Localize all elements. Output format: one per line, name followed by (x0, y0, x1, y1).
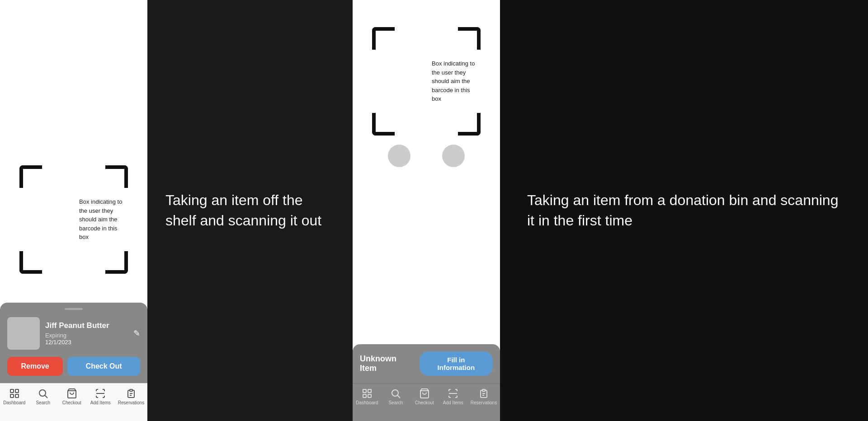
item-name-1: Jiff Peanut Butter (45, 321, 128, 330)
tab-dashboard-3[interactable]: Dashboard (356, 388, 378, 405)
unknown-item-sheet: Unknown Item Fill in Information (353, 344, 500, 383)
explanation-text-2: Taking an item off the shelf and scannin… (165, 190, 335, 231)
item-info-1: Jiff Peanut Butter Expiring 12/1/2023 (45, 321, 128, 346)
unknown-item-label: Unknown Item (360, 354, 414, 373)
svg-line-16 (398, 396, 401, 398)
grid-icon-1 (9, 388, 20, 399)
svg-rect-8 (130, 389, 132, 391)
svg-rect-2 (10, 394, 14, 398)
cart-icon-1 (66, 388, 77, 399)
scanner-label-3: Box indicating to the user they should a… (432, 59, 481, 103)
panel-4: Taking an item from a donation bin and s… (500, 0, 868, 421)
viewfinder-3: Box indicating to the user they should a… (372, 27, 481, 136)
scan-icon-3 (448, 388, 458, 399)
edit-icon-1[interactable]: ✎ (133, 328, 140, 338)
corner-tr-1 (105, 165, 128, 188)
corner-br-3 (458, 113, 481, 136)
svg-rect-13 (363, 394, 366, 398)
dot-2 (442, 145, 465, 167)
dot-circles-3 (388, 136, 465, 172)
checkout-button[interactable]: Check Out (67, 357, 140, 376)
tab-label-reservations-3: Reservations (471, 400, 497, 405)
tab-label-dashboard-1: Dashboard (3, 400, 25, 405)
dot-1 (388, 145, 410, 167)
panel-1: Box indicating to the user they should a… (0, 0, 147, 421)
tab-label-additems-1: Add Items (90, 400, 111, 405)
svg-point-4 (39, 390, 46, 396)
clipboard-icon-3 (478, 388, 489, 399)
item-expiring-label-1: Expiring (45, 332, 128, 339)
svg-rect-12 (368, 389, 371, 393)
panel-2: Taking an item off the shelf and scannin… (147, 0, 353, 421)
tab-dashboard-1[interactable]: Dashboard (3, 388, 26, 405)
tab-checkout-3[interactable]: Checkout (413, 388, 436, 405)
fill-info-button[interactable]: Fill in Information (420, 351, 493, 376)
tab-label-dashboard-3: Dashboard (356, 400, 378, 405)
viewfinder-1: Box indicating to the user they should a… (19, 165, 128, 274)
tab-search-1[interactable]: Search (32, 388, 54, 405)
corner-tr-3 (458, 27, 481, 50)
panel-3: Box indicating to the user they should a… (353, 0, 500, 421)
tab-label-checkout-1: Checkout (62, 400, 81, 405)
item-expiring-date-1: 12/1/2023 (45, 339, 128, 346)
svg-rect-19 (482, 389, 485, 391)
grid-icon-3 (362, 388, 373, 399)
corner-tl-3 (372, 27, 395, 50)
svg-line-5 (45, 396, 48, 398)
sheet-handle-1 (65, 308, 83, 310)
item-row-1: Jiff Peanut Butter Expiring 12/1/2023 ✎ (7, 317, 140, 350)
corner-br-1 (105, 251, 128, 274)
corner-bl-1 (19, 251, 42, 274)
tab-label-additems-3: Add Items (443, 400, 463, 405)
tab-bar-1: Dashboard Search Checkout Add Items (0, 383, 147, 421)
svg-rect-11 (363, 389, 366, 393)
tab-search-3[interactable]: Search (384, 388, 407, 405)
corner-bl-3 (372, 113, 395, 136)
svg-rect-3 (15, 394, 19, 398)
tab-label-search-1: Search (36, 400, 50, 405)
remove-button[interactable]: Remove (7, 357, 63, 376)
tab-additems-1[interactable]: Add Items (89, 388, 112, 405)
tab-label-search-3: Search (388, 400, 403, 405)
tab-bar-3: Dashboard Search Checkout Add Items (353, 383, 500, 421)
svg-rect-0 (10, 389, 14, 393)
tab-label-checkout-3: Checkout (415, 400, 434, 405)
tab-label-reservations-1: Reservations (118, 400, 144, 405)
tab-additems-3[interactable]: Add Items (442, 388, 464, 405)
corner-tl-1 (19, 165, 42, 188)
item-thumbnail-1 (7, 317, 40, 350)
scanner-label-1: Box indicating to the user they should a… (79, 197, 128, 242)
tab-reservations-3[interactable]: Reservations (471, 388, 497, 405)
scan-icon-1 (95, 388, 106, 399)
svg-rect-1 (15, 389, 19, 393)
explanation-text-4: Taking an item from a donation bin and s… (527, 190, 841, 231)
search-icon-1 (38, 388, 48, 399)
tab-reservations-1[interactable]: Reservations (118, 388, 144, 405)
tab-checkout-1[interactable]: Checkout (61, 388, 83, 405)
svg-rect-14 (368, 394, 371, 398)
svg-point-15 (392, 390, 398, 396)
cart-icon-3 (419, 388, 430, 399)
search-icon-3 (390, 388, 401, 399)
clipboard-icon-1 (126, 388, 137, 399)
bottom-sheet-1: Jiff Peanut Butter Expiring 12/1/2023 ✎ … (0, 303, 147, 383)
action-buttons-1: Remove Check Out (7, 357, 140, 376)
unknown-row: Unknown Item Fill in Information (360, 351, 493, 376)
